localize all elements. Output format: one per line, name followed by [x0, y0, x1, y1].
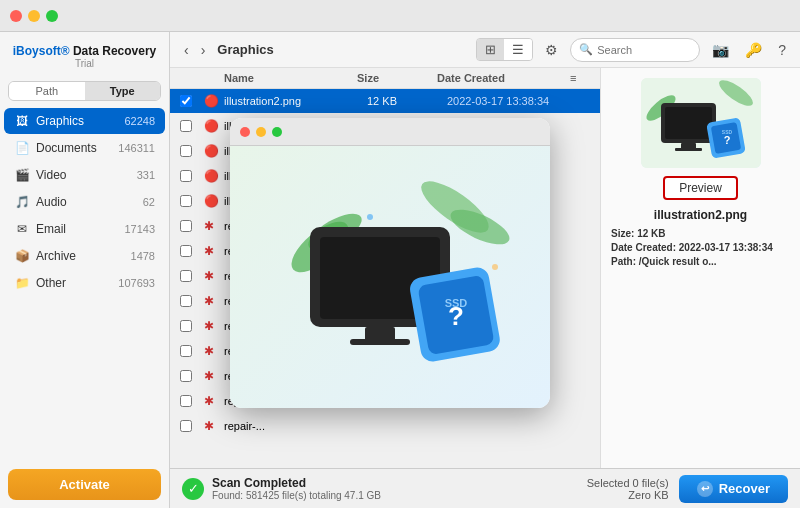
sidebar-item-email[interactable]: ✉ Email 17143 — [4, 216, 165, 242]
info-button[interactable]: 🔑 — [741, 40, 766, 60]
sidebar-item-graphics[interactable]: 🖼 Graphics 62248 — [4, 108, 165, 134]
sidebar-item-other[interactable]: 📁 Other 107693 — [4, 270, 165, 296]
view-buttons: ⊞ ☰ — [476, 38, 533, 61]
help-button[interactable]: ? — [774, 40, 790, 60]
file-checkbox-3[interactable] — [180, 170, 204, 182]
split-pane: Name Size Date Created ≡ 🔴 illustration2… — [170, 68, 800, 468]
svg-text:SSD: SSD — [721, 129, 732, 135]
file-icon-8: ✱ — [204, 294, 224, 308]
file-date-0: 2022-03-17 13:38:34 — [447, 95, 590, 107]
sidebar-label-graphics: Graphics — [36, 114, 124, 128]
svg-text:SSD: SSD — [445, 297, 468, 309]
svg-rect-10 — [350, 339, 410, 345]
search-input[interactable] — [597, 44, 691, 56]
thumbnail-illustration: ? SSD — [641, 78, 761, 168]
file-list-header: Name Size Date Created ≡ — [170, 68, 600, 89]
sidebar-items: 🖼 Graphics 62248 📄 Documents 146311 🎬 Vi… — [0, 107, 169, 461]
overlay-min-dot — [256, 127, 266, 137]
sidebar-header: iBoysoft® Data Recovery Trial — [0, 32, 169, 75]
file-icon-7: ✱ — [204, 269, 224, 283]
sidebar-count-archive: 1478 — [131, 250, 155, 262]
file-checkbox-4[interactable] — [180, 195, 204, 207]
file-checkbox-1[interactable] — [180, 120, 204, 132]
table-row[interactable]: ✱ repair-... — [170, 414, 600, 439]
scan-detail: Found: 581425 file(s) totaling 47.1 GB — [212, 490, 381, 501]
search-icon: 🔍 — [579, 43, 593, 56]
file-checkbox-13[interactable] — [180, 420, 204, 432]
grid-view-button[interactable]: ⊞ — [477, 39, 504, 60]
sidebar-label-documents: Documents — [36, 141, 118, 155]
file-checkbox-2[interactable] — [180, 145, 204, 157]
column-action: ≡ — [570, 72, 590, 84]
audio-icon: 🎵 — [14, 194, 30, 210]
file-name-0: illustration2.png — [224, 95, 367, 107]
toolbar: ‹ › Graphics ⊞ ☰ ⚙ 🔍 📷 🔑 ? — [170, 32, 800, 68]
preview-illustration: ? SSD — [260, 167, 520, 387]
sidebar-label-other: Other — [36, 276, 118, 290]
file-icon-4: 🔴 — [204, 194, 224, 208]
file-checkbox-12[interactable] — [180, 395, 204, 407]
preview-button[interactable]: Preview — [663, 176, 738, 200]
forward-button[interactable]: › — [197, 40, 210, 60]
file-checkbox-7[interactable] — [180, 270, 204, 282]
svg-rect-9 — [365, 327, 395, 341]
file-icon-11: ✱ — [204, 369, 224, 383]
file-icon-9: ✱ — [204, 319, 224, 333]
file-checkbox-6[interactable] — [180, 245, 204, 257]
email-icon: ✉ — [14, 221, 30, 237]
maximize-button[interactable] — [46, 10, 58, 22]
preview-thumbnail: ? SSD — [641, 78, 761, 168]
sidebar-item-archive[interactable]: 📦 Archive 1478 — [4, 243, 165, 269]
list-view-button[interactable]: ☰ — [504, 39, 532, 60]
search-box: 🔍 — [570, 38, 700, 62]
column-size: Size — [357, 72, 437, 84]
graphics-icon: 🖼 — [14, 113, 30, 129]
activate-button[interactable]: Activate — [8, 469, 161, 500]
svg-rect-19 — [665, 107, 712, 139]
file-info-date: Date Created: 2022-03-17 13:38:34 — [611, 242, 790, 253]
scan-ok-icon: ✓ — [182, 478, 204, 500]
sidebar: iBoysoft® Data Recovery Trial Path Type … — [0, 32, 170, 508]
toolbar-title: Graphics — [217, 42, 468, 57]
video-icon: 🎬 — [14, 167, 30, 183]
file-name-13: repair-... — [224, 420, 367, 432]
file-checkbox-0[interactable] — [180, 95, 204, 107]
selection-info: Selected 0 file(s) Zero KB — [587, 477, 669, 501]
file-info-path: Path: /Quick result o... — [611, 256, 790, 267]
tab-type[interactable]: Type — [85, 82, 161, 100]
file-checkbox-9[interactable] — [180, 320, 204, 332]
minimize-button[interactable] — [28, 10, 40, 22]
scan-text-group: Scan Completed Found: 581425 file(s) tot… — [212, 476, 381, 501]
file-info-title: illustration2.png — [654, 208, 747, 222]
recover-button[interactable]: ↩ Recover — [679, 475, 788, 503]
overlay-max-dot — [272, 127, 282, 137]
file-icon-2: 🔴 — [204, 144, 224, 158]
overlay-header — [230, 118, 550, 146]
svg-point-4 — [367, 214, 373, 220]
sidebar-item-video[interactable]: 🎬 Video 331 — [4, 162, 165, 188]
file-checkbox-5[interactable] — [180, 220, 204, 232]
table-row[interactable]: 🔴 illustration2.png 12 KB 2022-03-17 13:… — [170, 89, 600, 114]
column-date: Date Created — [437, 72, 570, 84]
scan-title: Scan Completed — [212, 476, 381, 490]
sidebar-label-video: Video — [36, 168, 137, 182]
tab-path[interactable]: Path — [9, 82, 85, 100]
file-info-size: Size: 12 KB — [611, 228, 790, 239]
sidebar-count-email: 17143 — [124, 223, 155, 235]
sidebar-item-documents[interactable]: 📄 Documents 146311 — [4, 135, 165, 161]
filter-button[interactable]: ⚙ — [541, 40, 562, 60]
documents-icon: 📄 — [14, 140, 30, 156]
content-area: ‹ › Graphics ⊞ ☰ ⚙ 🔍 📷 🔑 ? — [170, 32, 800, 508]
camera-button[interactable]: 📷 — [708, 40, 733, 60]
app-title: iBoysoft® Data Recovery — [10, 44, 159, 58]
sidebar-count-other: 107693 — [118, 277, 155, 289]
file-checkbox-11[interactable] — [180, 370, 204, 382]
file-icon-1: 🔴 — [204, 119, 224, 133]
file-checkbox-10[interactable] — [180, 345, 204, 357]
file-checkbox-8[interactable] — [180, 295, 204, 307]
sidebar-item-audio[interactable]: 🎵 Audio 62 — [4, 189, 165, 215]
back-button[interactable]: ‹ — [180, 40, 193, 60]
sidebar-count-documents: 146311 — [118, 142, 155, 154]
close-button[interactable] — [10, 10, 22, 22]
sidebar-count-audio: 62 — [143, 196, 155, 208]
